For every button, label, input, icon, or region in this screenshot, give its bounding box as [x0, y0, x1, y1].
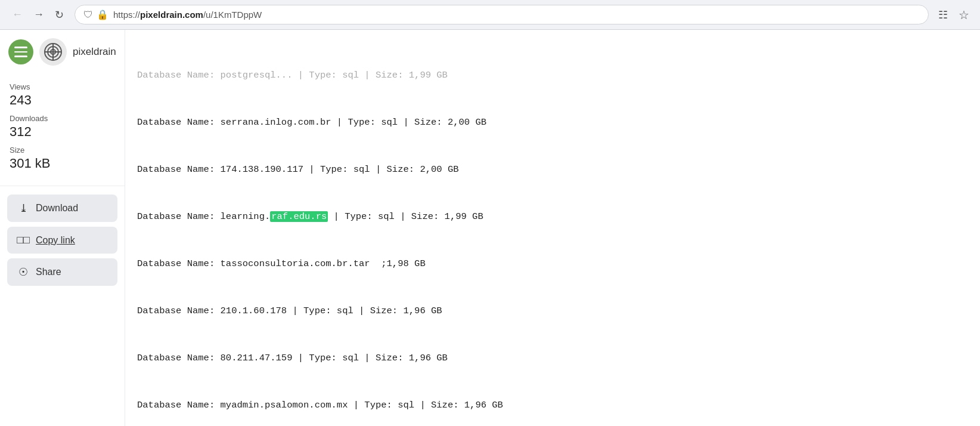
forward-button[interactable]: →	[30, 6, 48, 23]
sidebar: pixeldrain Views 243 Downloads 312 Size …	[0, 30, 125, 426]
hamburger-line-3	[14, 55, 27, 57]
action-buttons: ⤓ Download □□ Copy link ☉ Share	[0, 186, 125, 294]
copy-label: Copy link	[36, 235, 75, 246]
address-bar-container[interactable]: 🛡 🔒 https://pixeldrain.com/u/1KmTDppW	[75, 5, 929, 24]
hamburger-button[interactable]	[8, 39, 33, 64]
site-name-label: pixeldrain	[73, 46, 116, 58]
content-line-6: Database Name: myadmin.psalomon.com.mx |…	[137, 397, 968, 413]
browser-right-icons: ☷ ☆	[936, 5, 972, 24]
browser-chrome: ← → ↻ 🛡 🔒 https://pixeldrain.com/u/1KmTD…	[0, 0, 980, 30]
logo-svg	[44, 42, 63, 61]
url-prefix: https://	[113, 10, 140, 20]
site-logo[interactable]	[39, 38, 67, 66]
share-label: Share	[36, 267, 61, 277]
size-label: Size	[10, 146, 115, 155]
copy-link-button[interactable]: □□ Copy link	[7, 227, 117, 254]
copy-icon: □□	[17, 234, 30, 246]
page-wrapper: pixeldrain Views 243 Downloads 312 Size …	[0, 30, 980, 426]
hamburger-line-2	[14, 51, 27, 53]
main-content[interactable]: Database Name: postgresql... | Type: sql…	[125, 30, 980, 426]
downloads-label: Downloads	[10, 114, 115, 123]
views-value: 243	[10, 92, 115, 108]
browser-toolbar: ← → ↻ 🛡 🔒 https://pixeldrain.com/u/1KmTD…	[0, 0, 980, 29]
highlight-text: raf.edu.rs	[270, 211, 328, 222]
download-button[interactable]: ⤓ Download	[7, 195, 117, 222]
url-domain: pixeldrain.com	[140, 10, 203, 20]
bookmark-icon[interactable]: ☆	[956, 5, 972, 24]
content-line-0: Database Name: serrana.inlog.com.br | Ty…	[137, 115, 968, 130]
size-value: 301 kB	[10, 156, 115, 171]
stats-section: Views 243 Downloads 312 Size 301 kB	[0, 74, 125, 186]
share-icon: ☉	[17, 266, 30, 279]
lock-icon: 🔒	[97, 9, 108, 20]
download-label: Download	[36, 203, 78, 214]
address-bar-url[interactable]: https://pixeldrain.com/u/1KmTDppW	[113, 10, 920, 20]
downloads-value: 312	[10, 124, 115, 140]
reader-mode-icon[interactable]: ☷	[936, 6, 950, 24]
reload-button[interactable]: ↻	[51, 6, 67, 24]
file-content: Database Name: postgresql... | Type: sql…	[125, 30, 980, 426]
content-line-2: Database Name: learning.raf.edu.rs | Typ…	[137, 209, 968, 224]
content-line-4: Database Name: 210.1.60.178 | Type: sql …	[137, 303, 968, 319]
shield-icon: 🛡	[83, 10, 93, 20]
back-button[interactable]: ←	[8, 6, 26, 23]
content-line-3: Database Name: tassoconsultoria.com.br.t…	[137, 256, 968, 271]
nav-buttons: ← → ↻	[8, 6, 67, 24]
truncated-line: Database Name: postgresql... | Type: sql…	[137, 67, 968, 83]
content-line-1: Database Name: 174.138.190.117 | Type: s…	[137, 162, 968, 177]
views-label: Views	[10, 82, 115, 91]
url-path: /u/1KmTDppW	[203, 10, 262, 20]
content-line-5: Database Name: 80.211.47.159 | Type: sql…	[137, 350, 968, 366]
site-header: pixeldrain	[0, 30, 125, 74]
share-button[interactable]: ☉ Share	[7, 258, 117, 286]
address-bar-icons: 🛡 🔒	[83, 9, 108, 20]
hamburger-line-1	[14, 47, 27, 48]
download-icon: ⤓	[17, 202, 30, 215]
